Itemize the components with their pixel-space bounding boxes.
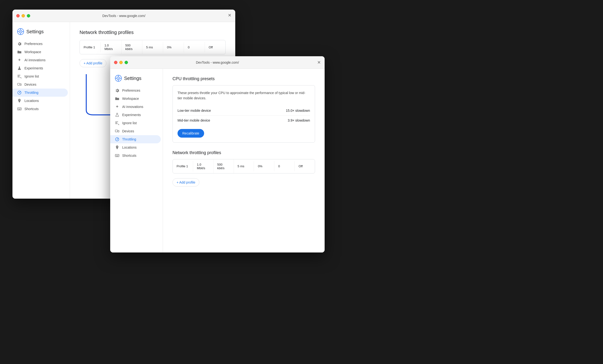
location-icon	[17, 99, 22, 103]
sidebar-item-devices-2[interactable]: Devices	[110, 127, 161, 135]
nav-label-experiments-1: Experiments	[24, 66, 43, 70]
network-section-title-2: Network throttling profiles	[173, 150, 315, 155]
close-traffic-light-2[interactable]	[114, 61, 117, 64]
sidebar-item-throttling-1[interactable]: Throttling	[12, 88, 68, 97]
preset-row-low: Low-tier mobile device 15.0× slowdown	[177, 106, 310, 116]
svg-point-38	[117, 139, 118, 140]
profile-cell-queue-2: 0	[274, 161, 295, 171]
nav-label-ignore-1: Ignore list	[24, 74, 39, 78]
minimize-traffic-light-2[interactable]	[119, 61, 123, 64]
devtools-logo-icon	[17, 28, 24, 35]
devices-icon	[17, 82, 22, 87]
settings-logo-2: Settings	[110, 73, 163, 86]
nav-label-workspace-1: Workspace	[24, 50, 41, 54]
sidebar-item-experiments-2[interactable]: Experiments	[110, 111, 161, 119]
nav-label-devices-2: Devices	[122, 129, 134, 133]
traffic-lights-2	[114, 61, 128, 64]
profile-cell-queue: 0	[184, 42, 205, 52]
nav-label-shortcuts-1: Shortcuts	[24, 107, 39, 111]
window-title-2: DevTools - www.google.com/	[196, 61, 239, 64]
folder-icon-2	[115, 97, 119, 101]
svg-rect-8	[17, 76, 19, 76]
gear-icon	[17, 42, 22, 46]
svg-point-25	[118, 78, 119, 79]
sidebar-item-experiments-1[interactable]: Experiments	[12, 64, 68, 72]
svg-rect-21	[21, 108, 21, 109]
settings-body-2: Settings Preferences Workspace AI innova…	[110, 69, 325, 253]
sidebar-item-ai-2[interactable]: AI innovations	[110, 103, 161, 111]
nav-label-locations-1: Locations	[24, 99, 39, 103]
sparkle-icon	[17, 58, 22, 62]
preset-value-mid: 3.9× slowdown	[288, 119, 310, 122]
gear-icon-2	[115, 88, 119, 93]
close-button-2[interactable]: ✕	[317, 60, 321, 65]
network-section-title-1: Network throttling profiles	[80, 30, 226, 35]
sidebar-item-shortcuts-1[interactable]: Shortcuts	[12, 105, 68, 113]
nav-label-preferences-1: Preferences	[24, 42, 42, 46]
maximize-traffic-light-2[interactable]	[125, 61, 128, 64]
window-title-1: DevTools - www.google.com/	[102, 14, 145, 18]
nav-label-locations-2: Locations	[122, 145, 137, 149]
sidebar-item-shortcuts-2[interactable]: Shortcuts	[110, 152, 161, 160]
profile-cell-name-2: Profile 1	[173, 161, 193, 171]
nav-label-ai-1: AI innovations	[24, 58, 46, 62]
settings-title-1: Settings	[26, 29, 44, 34]
sidebar-item-workspace-1[interactable]: Workspace	[12, 48, 68, 56]
cpu-description: These presets throttle your CPU to appro…	[177, 90, 310, 101]
svg-rect-18	[18, 108, 18, 109]
sidebar-item-locations-2[interactable]: Locations	[110, 143, 161, 152]
keyboard-icon	[17, 107, 22, 111]
nav-label-shortcuts-2: Shortcuts	[122, 154, 136, 157]
sparkle-icon-2	[115, 105, 119, 109]
sidebar-item-ai-1[interactable]: AI innovations	[12, 56, 68, 64]
svg-point-16	[19, 92, 20, 93]
devices-icon-2	[115, 129, 119, 133]
nav-label-ignore-2: Ignore list	[122, 121, 137, 125]
svg-rect-42	[117, 155, 118, 155]
preset-value-low: 15.0× slowdown	[286, 109, 310, 112]
add-profile-button-1[interactable]: + Add profile	[80, 59, 106, 67]
sidebar-item-throttling-2[interactable]: Throttling	[110, 135, 161, 143]
svg-rect-19	[19, 108, 19, 109]
sidebar-2: Settings Preferences Workspace AI innova…	[110, 69, 163, 253]
keyboard-icon-2	[115, 154, 119, 158]
flask-icon	[17, 66, 22, 70]
nav-label-workspace-2: Workspace	[122, 97, 139, 100]
svg-line-10	[20, 77, 21, 78]
profile-table-2: Profile 1 1.0 Mbit/s 500 kbit/s 5 ms 0% …	[173, 159, 315, 174]
profile-cell-latency-2: 5 ms	[234, 161, 254, 171]
sidebar-item-ignore-1[interactable]: Ignore list	[12, 72, 68, 80]
add-profile-button-2[interactable]: + Add profile	[173, 178, 199, 187]
sidebar-item-preferences-1[interactable]: Preferences	[12, 40, 68, 48]
profile-cell-dl-2: 1.0 Mbit/s	[193, 159, 213, 173]
profile-cell-state: Off	[205, 42, 225, 52]
profile-cell-state-2: Off	[295, 161, 315, 171]
title-bar-1: DevTools - www.google.com/	[12, 10, 235, 22]
svg-rect-41	[117, 155, 117, 155]
sidebar-item-locations-1[interactable]: Locations	[12, 97, 68, 105]
svg-rect-35	[118, 131, 119, 132]
recalibrate-button[interactable]: Recalibrate	[177, 129, 204, 138]
ignore-icon-2	[115, 121, 119, 125]
close-traffic-light[interactable]	[16, 14, 20, 17]
flask-icon-2	[115, 113, 119, 117]
profile-cell-name: Profile 1	[80, 42, 101, 52]
sidebar-item-workspace-2[interactable]: Workspace	[110, 95, 161, 103]
nav-label-experiments-2: Experiments	[122, 113, 141, 117]
svg-line-33	[118, 124, 119, 125]
maximize-traffic-light[interactable]	[27, 14, 30, 17]
preset-name-mid: Mid-tier mobile device	[177, 119, 210, 122]
sidebar-item-devices-1[interactable]: Devices	[12, 80, 68, 88]
sidebar-1: Settings Preferences Workspace AI inn	[12, 22, 70, 199]
minimize-traffic-light[interactable]	[22, 14, 25, 17]
svg-rect-34	[115, 130, 118, 132]
sidebar-item-preferences-2[interactable]: Preferences	[110, 86, 161, 95]
nav-label-throttling-2: Throttling	[122, 137, 136, 141]
svg-point-2	[20, 31, 21, 32]
sidebar-item-ignore-2[interactable]: Ignore list	[110, 119, 161, 127]
svg-rect-43	[118, 155, 119, 155]
profile-row-2: Profile 1 1.0 Mbit/s 500 kbit/s 5 ms 0% …	[173, 159, 315, 173]
cpu-preset-box: These presets throttle your CPU to appro…	[173, 85, 315, 143]
location-icon-2	[115, 145, 119, 150]
devtools-logo-icon-2	[115, 75, 122, 82]
